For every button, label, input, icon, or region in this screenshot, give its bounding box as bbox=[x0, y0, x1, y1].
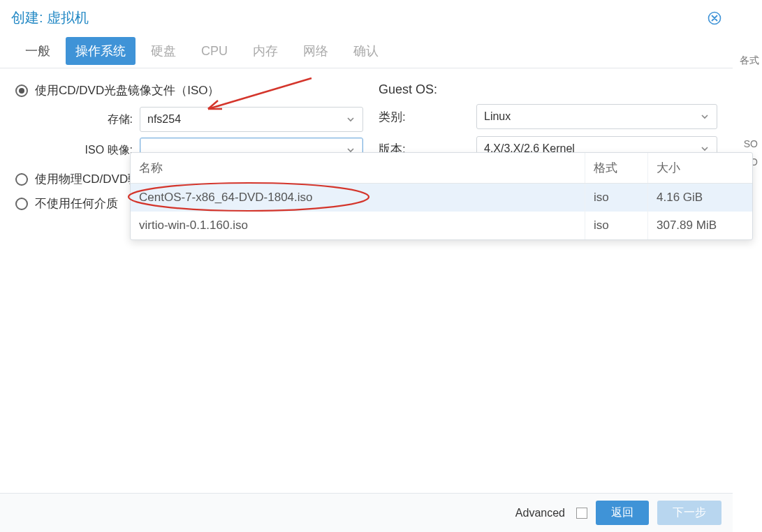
category-value: Linux bbox=[484, 110, 700, 123]
iso-dropdown: 名称 格式 大小 CentOS-7-x86_64-DVD-1804.iso is… bbox=[130, 152, 753, 240]
radio-use-iso[interactable] bbox=[15, 84, 28, 97]
dropdown-row[interactable]: virtio-win-0.1.160.iso iso 307.89 MiB bbox=[131, 212, 752, 239]
col-size: 大小 bbox=[647, 153, 752, 183]
tab-cpu[interactable]: CPU bbox=[191, 38, 237, 64]
radio-use-iso-label: 使用CD/DVD光盘镜像文件（ISO） bbox=[35, 82, 219, 98]
bg-text: SO bbox=[744, 138, 758, 149]
storage-field-row: 存储: nfs254 bbox=[15, 107, 365, 132]
storage-label: 存储: bbox=[15, 112, 140, 127]
advanced-label: Advanced bbox=[515, 507, 565, 519]
dialog-title: 创建: 虚拟机 bbox=[11, 8, 89, 27]
dropdown-cell-size: 4.16 GiB bbox=[647, 184, 752, 212]
wizard-tabs: 一般 操作系统 硬盘 CPU 内存 网络 确认 bbox=[0, 33, 733, 65]
tab-memory[interactable]: 内存 bbox=[243, 37, 288, 65]
dropdown-cell-format: iso bbox=[585, 212, 647, 239]
storage-value: nfs254 bbox=[147, 113, 346, 126]
dialog-header: 创建: 虚拟机 bbox=[0, 0, 733, 33]
dropdown-cell-name: CentOS-7-x86_64-DVD-1804.iso bbox=[131, 184, 585, 212]
advanced-checkbox[interactable] bbox=[576, 508, 587, 519]
dropdown-header: 名称 格式 大小 bbox=[131, 153, 752, 184]
chevron-down-icon bbox=[346, 114, 356, 124]
category-label: 类别: bbox=[379, 109, 476, 125]
guest-os-heading: Guest OS: bbox=[379, 82, 717, 97]
radio-use-physical[interactable] bbox=[15, 173, 28, 186]
col-format: 格式 bbox=[585, 153, 647, 183]
tab-general[interactable]: 一般 bbox=[15, 37, 60, 65]
dropdown-cell-name: virtio-win-0.1.160.iso bbox=[131, 212, 585, 239]
back-button[interactable]: 返回 bbox=[596, 501, 649, 525]
category-row: 类别: Linux bbox=[379, 104, 717, 129]
dropdown-cell-size: 307.89 MiB bbox=[647, 212, 752, 239]
close-icon[interactable] bbox=[708, 11, 721, 25]
radio-use-iso-row: 使用CD/DVD光盘镜像文件（ISO） bbox=[15, 82, 365, 98]
dropdown-cell-format: iso bbox=[585, 184, 647, 212]
chevron-down-icon bbox=[700, 112, 710, 121]
col-name: 名称 bbox=[131, 153, 585, 183]
next-button[interactable]: 下一步 bbox=[657, 501, 721, 525]
tab-disk[interactable]: 硬盘 bbox=[141, 37, 186, 65]
category-select[interactable]: Linux bbox=[476, 104, 717, 129]
iso-label: ISO 映像: bbox=[15, 143, 140, 158]
tab-network[interactable]: 网络 bbox=[293, 37, 338, 65]
tab-os[interactable]: 操作系统 bbox=[66, 37, 135, 65]
tab-confirm[interactable]: 确认 bbox=[344, 37, 388, 65]
radio-use-none-label: 不使用任何介质 bbox=[35, 195, 118, 212]
dialog-footer: Advanced 返回 下一步 bbox=[0, 493, 733, 532]
dialog-body: 使用CD/DVD光盘镜像文件（ISO） 存储: nfs254 ISO 映像: bbox=[0, 68, 733, 487]
bg-text: 各式 bbox=[740, 54, 759, 67]
storage-select[interactable]: nfs254 bbox=[140, 107, 363, 132]
create-vm-dialog: 创建: 虚拟机 一般 操作系统 硬盘 CPU 内存 网络 确认 使用CD/DVD… bbox=[0, 0, 733, 532]
radio-use-none[interactable] bbox=[15, 198, 28, 210]
dropdown-row[interactable]: CentOS-7-x86_64-DVD-1804.iso iso 4.16 Gi… bbox=[131, 184, 752, 212]
